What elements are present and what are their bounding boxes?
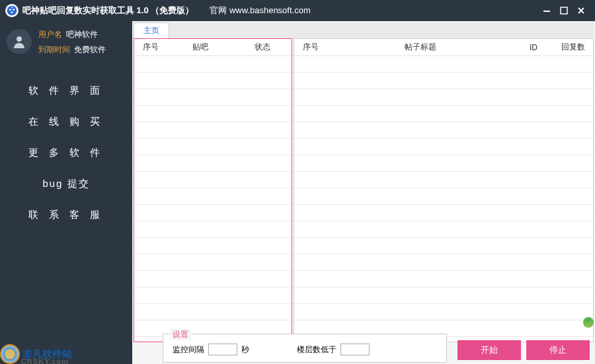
left-col-status: 状态 — [233, 42, 292, 53]
nav: 软 件 界 面 在 线 购 买 更 多 软 件 bug 提交 联 系 客 服 — [0, 75, 132, 231]
nav-contact[interactable]: 联 系 客 服 — [0, 200, 132, 231]
security-badge-icon — [583, 317, 594, 328]
nav-bug[interactable]: bug 提交 — [0, 168, 132, 200]
svg-rect-6 — [561, 7, 567, 14]
tieba-grid[interactable]: 序号 贴吧 状态 — [134, 38, 292, 342]
post-grid[interactable]: 序号 帖子标题 ID 回复数 — [294, 38, 594, 342]
left-col-tieba: 贴吧 — [167, 42, 233, 53]
stop-button[interactable]: 停止 — [526, 340, 590, 360]
settings-legend: 设置 — [170, 329, 191, 340]
app-logo — [5, 4, 19, 17]
main-area: 主页 序号 贴吧 状态 序号 帖子标题 ID 回复数 — [132, 21, 595, 364]
nav-more[interactable]: 更 多 软 件 — [0, 137, 132, 168]
interval-unit: 秒 — [241, 344, 249, 355]
interval-input[interactable] — [208, 344, 237, 355]
svg-rect-5 — [543, 11, 550, 12]
close-button[interactable] — [573, 2, 590, 19]
post-grid-body[interactable] — [294, 56, 593, 342]
username-value: 吧神软件 — [66, 29, 98, 40]
svg-point-7 — [17, 36, 22, 42]
svg-point-3 — [11, 11, 13, 13]
official-site[interactable]: 官网 www.bashensoft.com — [210, 5, 310, 17]
minimize-button[interactable] — [538, 2, 555, 19]
username-label: 用户名 — [38, 29, 62, 40]
left-col-index: 序号 — [134, 42, 167, 53]
tab-home[interactable]: 主页 — [134, 22, 169, 38]
svg-point-2 — [13, 9, 15, 11]
expire-value: 免费软件 — [74, 44, 106, 55]
start-button[interactable]: 开始 — [457, 340, 521, 360]
right-col-replies: 回复数 — [553, 42, 593, 53]
right-col-id: ID — [514, 43, 553, 52]
right-col-index: 序号 — [294, 42, 327, 53]
floor-label: 楼层数低于 — [297, 344, 337, 355]
right-col-title: 帖子标题 — [327, 42, 514, 53]
settings-group: 设置 监控间隔 秒 楼层数低于 — [163, 334, 447, 363]
titlebar: 吧神贴吧回复数实时获取工具 1.0 （免费版） 官网 www.bashensof… — [0, 0, 595, 21]
interval-label: 监控间隔 — [173, 344, 204, 355]
floor-input[interactable] — [340, 344, 370, 355]
tieba-grid-body[interactable] — [134, 56, 292, 342]
app-title: 吧神贴吧回复数实时获取工具 1.0 （免费版） — [22, 5, 194, 17]
svg-point-1 — [9, 9, 11, 11]
sidebar: 用户名 吧神软件 到期时间 免费软件 软 件 界 面 在 线 购 买 更 多 软… — [0, 21, 132, 364]
svg-point-4 — [11, 7, 13, 8]
maximize-button[interactable] — [555, 2, 573, 19]
tab-strip: 主页 — [134, 22, 594, 38]
avatar — [7, 29, 32, 54]
nav-buy[interactable]: 在 线 购 买 — [0, 106, 132, 137]
expire-label: 到期时间 — [38, 44, 70, 55]
user-box: 用户名 吧神软件 到期时间 免费软件 — [0, 21, 132, 63]
nav-ui[interactable]: 软 件 界 面 — [0, 75, 132, 106]
